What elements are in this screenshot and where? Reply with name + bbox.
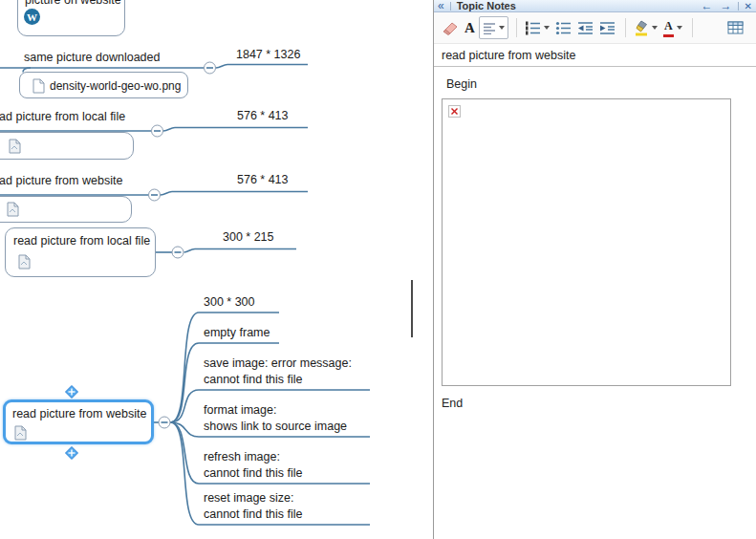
paragraph-align-dropdown[interactable] bbox=[479, 16, 508, 39]
font-dialog-button[interactable]: A bbox=[463, 16, 477, 39]
remove-format-button[interactable] bbox=[440, 16, 461, 39]
highlighter-icon bbox=[634, 20, 649, 36]
node-save-image-line2[interactable]: cannot find this file bbox=[204, 373, 303, 386]
node-density-file-label[interactable]: density-world-geo-wo.png bbox=[50, 79, 181, 93]
topic-notes-panel: « Topic Notes ← → ✕ A bbox=[433, 0, 756, 539]
numbered-list-icon bbox=[525, 21, 541, 35]
node-size-300x300[interactable]: 300 * 300 bbox=[204, 295, 255, 309]
mindmap-canvas[interactable]: picture on website W same picture downlo… bbox=[0, 0, 433, 539]
node-selected-label[interactable]: read picture from website bbox=[12, 407, 146, 420]
edge-website-size bbox=[161, 192, 308, 196]
node-empty-frame[interactable]: empty frame bbox=[204, 326, 270, 339]
bullet-list-button[interactable] bbox=[553, 16, 573, 39]
image-placeholder-icon bbox=[7, 202, 19, 217]
node-refresh-image-line1[interactable]: refresh image: bbox=[204, 450, 280, 464]
chevron-down-icon bbox=[499, 26, 505, 30]
toolbar-divider bbox=[516, 18, 517, 37]
broken-image-icon bbox=[448, 105, 461, 118]
image-placeholder-icon bbox=[9, 139, 21, 154]
notes-format-toolbar: A bbox=[434, 12, 756, 44]
node-size-576x413-a[interactable]: 576 * 413 bbox=[237, 109, 289, 122]
node-format-image-line1[interactable]: format image: bbox=[204, 403, 276, 417]
node-read-local-file2[interactable]: read picture from local file bbox=[5, 227, 156, 277]
toolbar-divider bbox=[625, 18, 626, 37]
collapse-panel-button[interactable]: « bbox=[434, 1, 448, 11]
title-divider bbox=[434, 66, 756, 67]
insert-table-button[interactable] bbox=[725, 16, 745, 39]
node-size-1847x1326[interactable]: 1847 * 1326 bbox=[236, 48, 300, 61]
note-editor-area[interactable] bbox=[442, 98, 731, 386]
node-size-300x215[interactable]: 300 * 215 bbox=[223, 230, 274, 244]
node-reset-image-line1[interactable]: reset image size: bbox=[204, 491, 293, 505]
font-color-icon: A bbox=[663, 19, 674, 37]
node-read-local-file2-label[interactable]: read picture from local file bbox=[13, 234, 150, 248]
node-format-image-line2[interactable]: shows link to source image bbox=[204, 420, 347, 433]
image-placeholder-icon bbox=[14, 425, 27, 441]
close-panel-button[interactable]: ✕ bbox=[741, 1, 756, 11]
file-icon bbox=[32, 78, 45, 94]
node-save-image-line1[interactable]: save image: error message: bbox=[204, 356, 352, 370]
numbered-list-dropdown[interactable] bbox=[523, 16, 551, 39]
header-divider bbox=[450, 2, 451, 11]
decrease-indent-button[interactable] bbox=[575, 16, 595, 39]
header-divider bbox=[738, 2, 739, 11]
chevron-down-icon bbox=[544, 26, 550, 30]
font-color-dropdown[interactable]: A bbox=[661, 16, 684, 39]
node-same-picture-downloaded[interactable]: same picture downloaded bbox=[24, 51, 160, 64]
image-placeholder-icon bbox=[18, 254, 31, 270]
wordpress-icon: W bbox=[24, 9, 40, 25]
node-selected-read-website[interactable]: read picture from website bbox=[3, 399, 154, 444]
chevron-down-icon bbox=[677, 26, 682, 30]
node-size-576x413-b[interactable]: 576 * 413 bbox=[237, 173, 289, 186]
topic-notes-header: « Topic Notes ← → ✕ bbox=[434, 0, 756, 12]
edge-same-picture-size bbox=[216, 65, 308, 69]
highlight-color-dropdown[interactable] bbox=[632, 16, 659, 39]
eraser-icon bbox=[442, 20, 459, 35]
node-website-image[interactable] bbox=[0, 196, 132, 223]
toolbar-divider bbox=[692, 18, 693, 37]
note-node-title: read picture from website bbox=[442, 49, 575, 62]
table-icon bbox=[727, 21, 744, 34]
node-refresh-image-line2[interactable]: cannot find this file bbox=[204, 466, 303, 480]
panel-title: Topic Notes bbox=[457, 0, 516, 11]
node-reset-image-line2[interactable]: cannot find this file bbox=[204, 507, 303, 521]
align-left-icon bbox=[483, 22, 496, 34]
indent-icon bbox=[599, 21, 616, 35]
node-local-file-image[interactable] bbox=[0, 132, 134, 160]
nav-forward-button[interactable]: → bbox=[717, 1, 736, 11]
node-read-website[interactable]: read picture from website bbox=[0, 174, 122, 187]
bullet-list-icon bbox=[555, 21, 572, 35]
edge-local-file2-size bbox=[184, 249, 297, 253]
chevron-down-icon bbox=[652, 26, 658, 30]
node-picture-on-website-label[interactable]: picture on website bbox=[25, 0, 121, 7]
node-read-local-file[interactable]: read picture from local file bbox=[0, 110, 125, 123]
outdent-icon bbox=[577, 21, 594, 35]
node-density-file[interactable]: density-world-geo-wo.png bbox=[19, 72, 188, 98]
increase-indent-button[interactable] bbox=[597, 16, 617, 39]
font-letter-icon: A bbox=[464, 20, 475, 36]
freeplane-window: { "map": { "top_node": { "label": "pictu… bbox=[0, 0, 756, 539]
note-begin-label: Begin bbox=[446, 77, 477, 91]
edge-local-file-size bbox=[163, 128, 308, 132]
note-end-label: End bbox=[442, 397, 463, 410]
map-panel-splitter[interactable] bbox=[411, 280, 413, 337]
nav-back-button[interactable]: ← bbox=[698, 1, 717, 11]
